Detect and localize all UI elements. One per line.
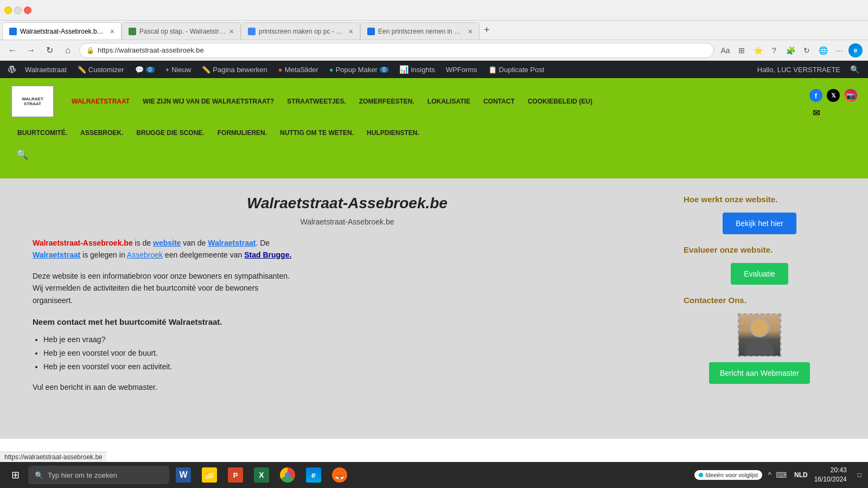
taskbar-powerpoint-app[interactable]: P xyxy=(224,463,247,487)
ideas-label: Ideeën voor volglijst xyxy=(705,472,758,478)
immersive-reader-button[interactable]: ⊞ xyxy=(735,43,749,57)
nav-assebroek[interactable]: ASSEBROEK. xyxy=(74,125,130,141)
browser-tab-2[interactable]: Pascal op stap. - Walraetstraat × xyxy=(122,22,241,40)
admin-bar-duplicate-post[interactable]: 📋 Duplicate Post xyxy=(483,61,550,78)
address-bar[interactable]: 🔒 https://walraetstraat-assebroek.be xyxy=(79,43,714,58)
admin-bar-insights[interactable]: 📊 Insights xyxy=(394,61,441,78)
extensions-button[interactable]: 🧩 xyxy=(783,43,797,57)
taskbar-excel-app[interactable]: X xyxy=(250,463,273,487)
admin-bar-walraetstraat[interactable]: Walraetstraat xyxy=(20,61,72,78)
refresh-button[interactable]: ↻ xyxy=(800,43,814,57)
lock-icon: 🔒 xyxy=(86,47,94,54)
tab-close-1[interactable]: × xyxy=(110,27,114,36)
nav-walraetstraat[interactable]: WALRAETSTRAAT xyxy=(65,93,136,110)
read-mode-button[interactable]: Aa xyxy=(718,43,732,57)
how-website-works-section: Hoe werkt onze website. Bekijk het hier xyxy=(684,195,835,234)
admin-bar-new[interactable]: + Nieuw xyxy=(160,61,197,78)
help-button[interactable]: ? xyxy=(767,43,781,57)
close-button[interactable] xyxy=(24,7,31,14)
taskbar-search-placeholder: Typ hier om te zoeken xyxy=(48,471,117,479)
bericht-aan-webmaster-button[interactable]: Bericht aan Webmaster xyxy=(709,362,810,384)
nav-contact[interactable]: CONTACT xyxy=(477,93,521,110)
nav-cookiebeleid[interactable]: COOKIEBELEID (EU) xyxy=(521,93,599,110)
instagram-icon[interactable]: 📷 xyxy=(844,89,857,102)
powerpoint-icon: P xyxy=(228,467,243,483)
description-text: Deze website is een informatiebron voor … xyxy=(33,270,662,306)
facebook-icon[interactable]: f xyxy=(809,89,822,102)
taskbar-chrome-app[interactable] xyxy=(276,463,299,487)
start-button[interactable]: ⊞ xyxy=(4,464,26,486)
tab-title-2: Pascal op stap. - Walraetstraat xyxy=(139,28,226,35)
admin-bar-customizer[interactable]: ✏️ Customizer xyxy=(72,61,130,78)
tab-close-3[interactable]: × xyxy=(349,27,353,36)
email-icon[interactable]: ✉ xyxy=(809,106,822,119)
intro-assebroek-link[interactable]: Assebroek xyxy=(127,251,163,259)
admin-bar-edit-label: Pagina bewerken xyxy=(213,66,267,74)
admin-bar-wpforms[interactable]: WPForms xyxy=(441,61,483,78)
tray-arrow-icon[interactable]: ^ xyxy=(767,470,773,480)
nav-wie-zijn-wij[interactable]: WIE ZIJN WIJ VAN DE WALRAETSTRAAT? xyxy=(136,93,280,110)
nav-formulieren[interactable]: FORMULIEREN. xyxy=(211,125,273,141)
maximize-button[interactable] xyxy=(14,7,22,14)
firefox-icon: 🦊 xyxy=(332,467,347,483)
toolbar-icons: Aa ⊞ ⭐ ? 🧩 ↻ 🌐 ··· e xyxy=(718,43,863,57)
nav-nuttig-om-te-weten[interactable]: NUTTIG OM TE WETEN. xyxy=(273,125,360,141)
tab-close-4[interactable]: × xyxy=(468,27,473,36)
taskbar-word-app[interactable]: W xyxy=(171,463,195,487)
taskbar-edge-app[interactable]: e xyxy=(302,463,326,487)
intro-walraetstraat-link[interactable]: Walraetstraat xyxy=(208,239,256,247)
nav-hulpdiensten[interactable]: HULPDIENSTEN. xyxy=(360,125,426,141)
evaluate-section: Evalueer onze website. Evaluatie xyxy=(684,245,835,285)
taskbar-search-box[interactable]: 🔍 Typ hier om te zoeken xyxy=(28,466,169,484)
nav-buurtcomite[interactable]: BUURTCOMITÉ. xyxy=(11,125,74,141)
window-controls[interactable] xyxy=(4,7,31,14)
admin-bar-popup-maker[interactable]: ● Popup Maker 0 xyxy=(324,61,394,78)
more-button[interactable]: ··· xyxy=(832,43,846,57)
desc-paragraph: Deze website is een informatiebron voor … xyxy=(33,270,662,306)
page-title: Walraetstraat-Assebroek.be xyxy=(33,195,662,212)
forward-button[interactable]: → xyxy=(24,43,38,57)
reload-button[interactable]: ↻ xyxy=(42,43,56,57)
minimize-button[interactable] xyxy=(4,7,12,14)
new-tab-button[interactable]: + xyxy=(480,20,494,40)
social-links: f 𝕏 📷 ✉ xyxy=(809,84,857,119)
home-button[interactable]: ⌂ xyxy=(61,43,75,57)
admin-search-icon[interactable]: 🔍 xyxy=(846,65,864,74)
main-content: Walraetstraat-Assebroek.be Walraetstraat… xyxy=(0,178,868,439)
nav-brugge-die-scone[interactable]: BRUGGE DIE SCONE. xyxy=(130,125,210,141)
popup-maker-badge: 0 xyxy=(380,67,388,73)
browser-tab-4[interactable]: Een printscreen nemen in Windo... × xyxy=(360,22,480,40)
site-search-icon[interactable]: 🔍 xyxy=(11,146,857,163)
site-nav-top: WALRAETSTRAAT WALRAETSTRAAT WIE ZIJN WIJ… xyxy=(11,78,857,125)
wp-logo[interactable] xyxy=(4,61,20,78)
nav-lokalisatie[interactable]: LOKALISATIE xyxy=(421,93,477,110)
bekijk-het-hier-button[interactable]: Bekijk het hier xyxy=(723,213,796,234)
tab-close-2[interactable]: × xyxy=(229,27,234,36)
tab-favicon-1 xyxy=(9,28,17,35)
site-logo[interactable]: WALRAETSTRAAT xyxy=(11,85,54,118)
intro-de: . De xyxy=(256,239,270,247)
browser-tab-3[interactable]: printscreen maken op pc - Zoeke... × xyxy=(241,22,360,40)
browser-tab-1[interactable]: Walraetstraat-Assebroek.be - Wal... × xyxy=(2,22,122,40)
admin-bar-popup-label: Popup Maker xyxy=(336,66,378,74)
intro-brugge-link[interactable]: Stad Brugge. xyxy=(244,251,291,259)
favorites-button[interactable]: ⭐ xyxy=(751,43,765,57)
admin-bar-metaslider[interactable]: ● MetaSlider xyxy=(273,61,324,78)
ideas-for-playlist-button[interactable]: Ideeën voor volglijst xyxy=(694,470,762,480)
intro-walraetstraat2-link[interactable]: Walraetstraat xyxy=(33,251,80,259)
back-button[interactable]: ← xyxy=(5,43,20,57)
admin-bar-username: Hallo, LUC VERSTRAETE xyxy=(752,66,846,74)
evaluatie-button[interactable]: Evaluatie xyxy=(731,263,788,285)
admin-bar-edit-page[interactable]: ✏️ Pagina bewerken xyxy=(196,61,272,78)
profile-button[interactable]: 🌐 xyxy=(816,43,830,57)
social-row-bottom: ✉ xyxy=(809,106,822,119)
notification-button[interactable]: □ xyxy=(856,471,864,479)
admin-bar-comments[interactable]: 💬 0 xyxy=(130,61,160,78)
nav-straatweetjes[interactable]: STRAATWEETJES. xyxy=(280,93,352,110)
duplicate-post-icon: 📋 xyxy=(488,66,497,74)
intro-website-link[interactable]: website xyxy=(153,239,181,247)
twitter-x-icon[interactable]: 𝕏 xyxy=(827,89,840,102)
taskbar-firefox-app[interactable]: 🦊 xyxy=(328,463,352,487)
nav-zomerfeesten[interactable]: ZOMERFEESTEN. xyxy=(353,93,421,110)
taskbar-explorer-app[interactable]: 📁 xyxy=(197,463,221,487)
